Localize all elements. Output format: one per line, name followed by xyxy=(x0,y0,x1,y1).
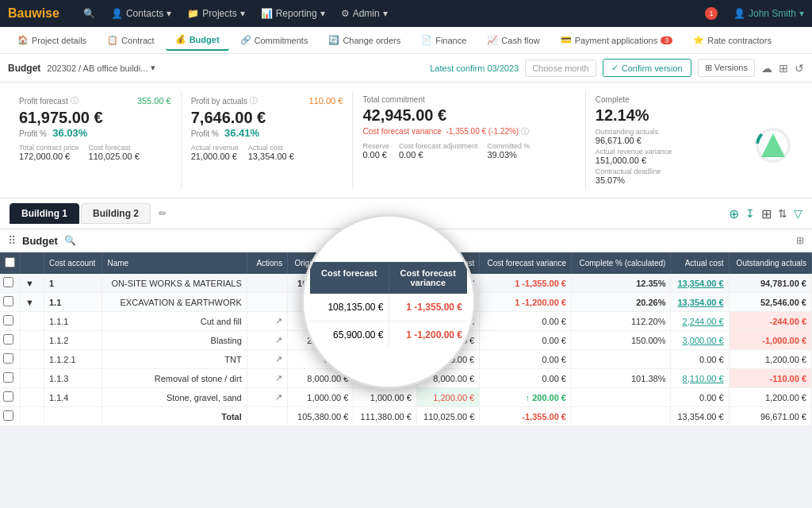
user-menu[interactable]: 👤 John Smith ▾ xyxy=(733,8,804,19)
row-original-budget: 105,380.00 € xyxy=(288,407,354,426)
choose-month-button[interactable]: Choose month xyxy=(525,60,596,77)
row-cost-forecast: 1,200.00 € xyxy=(416,388,479,407)
row-account: 1.1.1 xyxy=(44,312,102,331)
row-name: Removal of stone / dirt xyxy=(102,369,247,388)
row-checkbox[interactable] xyxy=(3,391,13,402)
summary-cards: Profit forecast ⓘ 355.00 € 61,975.00 € P… xyxy=(0,83,812,198)
tab-project-details[interactable]: 🏠 Project details xyxy=(8,30,96,50)
row-expand xyxy=(21,350,44,369)
th-checkbox xyxy=(0,252,21,274)
row-actual-cost: 0.00 € xyxy=(671,388,729,407)
mag-row2-val1: 65,900.00 € xyxy=(310,321,389,348)
select-all-checkbox[interactable] xyxy=(5,257,15,267)
change-orders-icon: 🔄 xyxy=(328,35,339,45)
tab-budget[interactable]: 💰 Budget xyxy=(166,29,229,51)
tab-building2[interactable]: Building 2 xyxy=(81,203,151,224)
indent-icon[interactable]: ↧ xyxy=(745,207,755,220)
row-cf-variance: 1 -1,200.00 € xyxy=(480,293,572,312)
table-row: 1.1.4 Stone, gravel, sand ↗ 1,000.00 € 1… xyxy=(0,388,812,407)
mag-row2-val2: 1 -1,200.00 € xyxy=(389,321,468,348)
edit-tab-icon[interactable]: ✏ xyxy=(159,208,167,219)
tab-cash-flow[interactable]: 📈 Cash flow xyxy=(477,30,549,50)
table-row: Total 105,380.00 € 111,380.00 € 110,025.… xyxy=(0,407,812,426)
notification-bell[interactable]: 1 xyxy=(705,7,718,20)
row-checkbox[interactable] xyxy=(3,353,13,364)
row-expand xyxy=(21,312,44,331)
grid-dots-icon: ⠿ xyxy=(8,234,16,247)
cf-variance-label: Cost forecast variance -1,355.00 € (-1.2… xyxy=(362,126,575,137)
total-commitment-card: Total commitment 42,945.00 € Cost foreca… xyxy=(353,90,585,190)
row-complete-pct: 101.38% xyxy=(571,369,670,388)
row-complete-pct xyxy=(571,407,670,426)
row-cost-forecast: 110,025.00 € xyxy=(416,407,479,426)
row-name: Blasting xyxy=(102,331,247,350)
tab-payment-applications[interactable]: 💳 Payment applications 3 xyxy=(551,30,683,50)
tab-contract[interactable]: 📋 Contract xyxy=(98,30,164,50)
versions-button[interactable]: ⊞ Versions xyxy=(698,59,755,77)
budget-toolbar: Budget 202302 / AB office buildi... ▾ La… xyxy=(0,54,812,83)
row-actions: ↗ xyxy=(247,350,287,369)
svg-marker-2 xyxy=(761,133,785,157)
row-checkbox-cell xyxy=(0,388,21,407)
nav-search[interactable]: 🔍 xyxy=(83,8,95,19)
filter-icon[interactable]: ▽ xyxy=(794,207,802,220)
latest-confirm-link[interactable]: Latest confirm 03/2023 xyxy=(430,64,519,73)
tab-finance[interactable]: 📄 Finance xyxy=(412,30,476,50)
add-row-icon[interactable]: ⊕ xyxy=(729,206,739,221)
row-checkbox[interactable] xyxy=(3,296,13,306)
refresh-icon[interactable]: ↺ xyxy=(795,62,804,75)
total-contract-price: Total contract price 172,000.00 € xyxy=(19,144,79,161)
rate-icon: ⭐ xyxy=(693,35,704,45)
columns-icon[interactable]: ⊞ xyxy=(761,206,772,221)
finance-icon: 📄 xyxy=(421,35,432,45)
reserve: Reserve 0.00 € xyxy=(362,142,389,160)
table-search-icon[interactable]: 🔍 xyxy=(64,235,76,246)
budget-icon: 💰 xyxy=(175,34,186,44)
cash-flow-icon: 📈 xyxy=(487,35,498,45)
cost-forecast-sub: Cost forecast 110,025.00 € xyxy=(89,144,140,161)
progress-indicator xyxy=(753,125,793,165)
nav-contacts[interactable]: 👤 Contacts ▾ xyxy=(111,8,171,19)
row-checkbox[interactable] xyxy=(3,277,13,287)
row-actual-cost: 8,110.00 € xyxy=(671,369,729,388)
tab-commitments[interactable]: 🔗 Commitments xyxy=(231,30,318,50)
row-outstanding: 1,200.00 € xyxy=(729,350,811,369)
row-expand xyxy=(21,331,44,350)
tab-building1[interactable]: Building 1 xyxy=(10,203,79,224)
confirm-version-button[interactable]: ✓ Confirm version xyxy=(603,59,691,77)
budget-label: Budget xyxy=(8,63,40,74)
row-checkbox[interactable] xyxy=(3,372,13,383)
row-cf-variance: 0.00 € xyxy=(480,350,572,369)
row-checkbox[interactable] xyxy=(3,410,13,421)
tab-rate-contractors[interactable]: ⭐ Rate contractors xyxy=(684,30,781,50)
budget-path[interactable]: 202302 / AB office buildi... ▾ xyxy=(47,63,155,73)
row-checkbox[interactable] xyxy=(3,334,13,344)
top-navigation: Bauwise 🔍 👤 Contacts ▾ 📁 Projects ▾ 📊 Re… xyxy=(0,0,812,27)
nav-reporting[interactable]: 📊 Reporting ▾ xyxy=(261,8,325,19)
sort-icon[interactable]: ⇅ xyxy=(778,207,787,220)
grid-icon[interactable]: ⊞ xyxy=(779,62,788,75)
nav-projects[interactable]: 📁 Projects ▾ xyxy=(187,8,244,19)
th-cf-variance: Cost forecast variance xyxy=(480,252,572,274)
row-expand: ▼ xyxy=(21,274,44,293)
info-icon: ⓘ xyxy=(71,95,79,106)
row-expand: ▼ xyxy=(21,293,44,312)
mag-row1-val1: 108,135.00 € xyxy=(310,294,389,321)
mag-col2-header: Cost forecast variance xyxy=(389,262,468,294)
row-outstanding: 52,546.00 € xyxy=(729,293,811,312)
row-expand xyxy=(21,407,44,426)
profit-actuals-top-value: 110.00 € xyxy=(309,96,343,106)
row-actual-cost: 2,244.00 € xyxy=(671,312,729,331)
row-complete-pct: 20.26% xyxy=(571,293,670,312)
row-actual-cost: 13,354.00 € xyxy=(671,407,729,426)
th-cost-account: Cost account xyxy=(44,252,102,274)
tab-change-orders[interactable]: 🔄 Change orders xyxy=(319,30,410,50)
variance-info-icon: ⓘ xyxy=(521,127,529,136)
total-commitment-value: 42,945.00 € xyxy=(362,106,446,125)
columns-settings-icon[interactable]: ⊞ xyxy=(796,235,804,246)
row-checkbox[interactable] xyxy=(3,315,13,325)
row-outstanding: 1,200.00 € xyxy=(729,388,811,407)
upload-icon[interactable]: ☁ xyxy=(761,62,772,75)
profit-forecast-card: Profit forecast ⓘ 355.00 € 61,975.00 € P… xyxy=(10,90,182,190)
nav-admin[interactable]: ⚙ Admin ▾ xyxy=(341,8,388,19)
